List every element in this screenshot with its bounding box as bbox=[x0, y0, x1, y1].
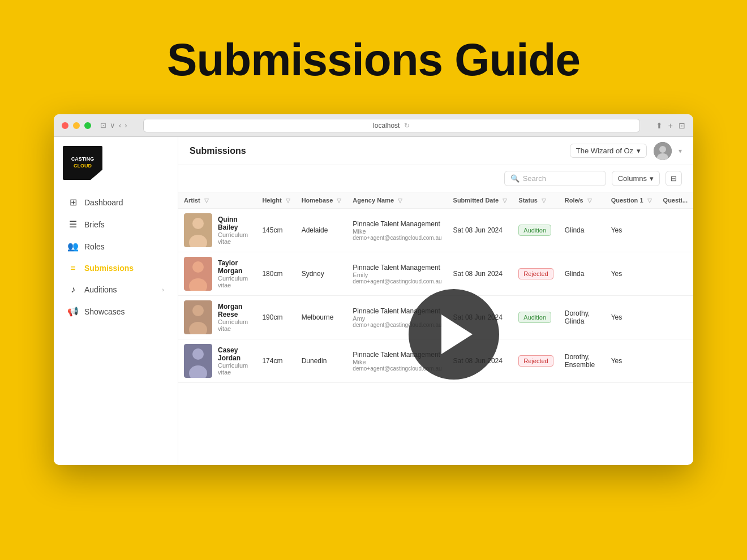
user-chevron-icon[interactable]: ▾ bbox=[679, 147, 682, 155]
sidebar-item-briefs[interactable]: ☰ Briefs bbox=[58, 213, 173, 235]
sidebar-item-submissions[interactable]: ≡ Submissions bbox=[58, 257, 173, 279]
col-status: Status ▽ bbox=[513, 192, 559, 209]
filter-icon: ⊟ bbox=[671, 174, 677, 183]
homebase-cell: Adelaide bbox=[296, 209, 347, 252]
filter-status-icon[interactable]: ▽ bbox=[542, 197, 546, 204]
sidebar-item-auditions[interactable]: ♪ Auditions › bbox=[58, 279, 173, 300]
browser-chrome: ⊡ ∨ ‹ › localhost ↻ ⬆ + ⊡ bbox=[54, 114, 693, 137]
roles-icon: 👥 bbox=[67, 241, 79, 252]
url-text: localhost bbox=[373, 122, 400, 130]
url-bar[interactable]: localhost ↻ bbox=[143, 119, 640, 132]
avatar[interactable] bbox=[654, 142, 672, 160]
status-cell: Rejected bbox=[513, 339, 559, 383]
dashboard-icon: ⊞ bbox=[67, 197, 79, 208]
play-icon bbox=[441, 315, 473, 354]
filter-roles-icon[interactable]: ▽ bbox=[587, 197, 592, 204]
col-height: Height ▽ bbox=[256, 192, 295, 209]
artist-photo bbox=[184, 300, 212, 334]
submissions-icon: ≡ bbox=[67, 263, 79, 273]
col-q2: Questi... bbox=[658, 192, 693, 209]
homebase-cell: Sydney bbox=[296, 252, 347, 296]
traffic-light-yellow[interactable] bbox=[73, 122, 80, 129]
traffic-light-red[interactable] bbox=[62, 122, 68, 129]
height-cell: 190cm bbox=[256, 296, 295, 339]
agency-cell: Pinnacle Talent Management Mike demo+age… bbox=[347, 209, 447, 252]
q1-cell: Yes bbox=[606, 339, 658, 383]
filter-submitted-icon[interactable]: ▽ bbox=[503, 197, 507, 204]
sidebar-item-label: Auditions bbox=[84, 285, 117, 294]
project-selector[interactable]: The Wizard of Oz ▾ bbox=[570, 144, 647, 158]
sidebar-item-label: Showcases bbox=[84, 307, 125, 316]
play-button-overlay[interactable] bbox=[409, 289, 499, 380]
artist-photo bbox=[184, 257, 212, 291]
logo: CASTINGCLOUD bbox=[63, 146, 102, 180]
sidebar-item-dashboard[interactable]: ⊞ Dashboard bbox=[58, 191, 173, 213]
back-icon[interactable]: ‹ bbox=[119, 121, 121, 130]
table-row[interactable]: Taylor Morgan Curriculum vitae 180cm Syd… bbox=[178, 252, 693, 296]
svg-point-13 bbox=[192, 348, 204, 360]
filter-homebase-icon[interactable]: ▽ bbox=[337, 197, 341, 204]
search-icon: 🔍 bbox=[510, 174, 520, 183]
filter-q1-icon[interactable]: ▽ bbox=[647, 197, 652, 204]
table-wrapper: Artist ▽ Height ▽ Homebase ▽ Agency Name… bbox=[178, 192, 693, 465]
main-content: Submissions The Wizard of Oz ▾ ▾ bbox=[178, 137, 693, 465]
svg-point-1 bbox=[659, 146, 666, 153]
page-title: Submissions bbox=[190, 146, 563, 156]
q1-cell: Yes bbox=[606, 296, 658, 339]
svg-point-7 bbox=[192, 261, 204, 273]
artist-cv: Curriculum vitae bbox=[218, 318, 251, 332]
filter-height-icon[interactable]: ▽ bbox=[286, 197, 290, 204]
table-header-row: Artist ▽ Height ▽ Homebase ▽ Agency Name… bbox=[178, 192, 693, 209]
artist-cell: Casey Jordan Curriculum vitae bbox=[178, 339, 256, 383]
filter-button[interactable]: ⊟ bbox=[666, 171, 682, 186]
new-tab-icon[interactable]: + bbox=[668, 121, 673, 130]
sidebar: CASTINGCLOUD ⊞ Dashboard ☰ Briefs 👥 Role… bbox=[54, 137, 178, 465]
q1-cell: Yes bbox=[606, 209, 658, 252]
status-badge: Audition bbox=[518, 312, 551, 323]
sidebar-item-showcases[interactable]: 📢 Showcases bbox=[58, 300, 173, 322]
chevron-down-icon: ▾ bbox=[650, 174, 654, 183]
auditions-icon: ♪ bbox=[67, 285, 79, 295]
browser-nav-icons: ⊡ ∨ ‹ › bbox=[100, 121, 127, 130]
status-cell: Rejected bbox=[513, 252, 559, 296]
tabs-icon[interactable]: ⊡ bbox=[679, 121, 685, 130]
filter-agency-icon[interactable]: ▽ bbox=[398, 197, 402, 204]
filter-artist-icon[interactable]: ▽ bbox=[204, 197, 209, 204]
sidebar-item-label: Roles bbox=[84, 242, 105, 251]
page-hero-title: Submissions Guide bbox=[167, 34, 580, 86]
q2-cell bbox=[658, 296, 693, 339]
columns-button[interactable]: Columns ▾ bbox=[612, 171, 660, 186]
q1-cell: Yes bbox=[606, 252, 658, 296]
sidebar-item-roles[interactable]: 👥 Roles bbox=[58, 235, 173, 257]
q2-cell bbox=[658, 209, 693, 252]
status-badge: Rejected bbox=[518, 355, 553, 367]
sidebar-toggle-icon[interactable]: ⊡ bbox=[100, 121, 106, 130]
artist-cell: Morgan Reese Curriculum vitae bbox=[178, 296, 256, 339]
roles-cell: Glinda bbox=[559, 252, 606, 296]
table-row[interactable]: Quinn Bailey Curriculum vitae 145cm Adel… bbox=[178, 209, 693, 252]
app-layout: CASTINGCLOUD ⊞ Dashboard ☰ Briefs 👥 Role… bbox=[54, 137, 693, 465]
sidebar-item-label: Submissions bbox=[84, 264, 134, 273]
q2-cell bbox=[658, 252, 693, 296]
browser-window: ⊡ ∨ ‹ › localhost ↻ ⬆ + ⊡ CASTINGCLOUD bbox=[54, 114, 693, 465]
submitted-date-cell: Sat 08 Jun 2024 bbox=[448, 209, 513, 252]
artist-name: Morgan Reese bbox=[218, 303, 251, 318]
agency-cell: Pinnacle Talent Management Emily demo+ag… bbox=[347, 252, 447, 296]
artist-cell: Taylor Morgan Curriculum vitae bbox=[178, 252, 256, 296]
share-icon[interactable]: ⬆ bbox=[656, 121, 663, 130]
col-submitted: Submitted Date ▽ bbox=[448, 192, 513, 209]
top-bar: Submissions The Wizard of Oz ▾ ▾ bbox=[178, 137, 693, 165]
logo-text: CASTINGCLOUD bbox=[71, 156, 95, 169]
search-box[interactable]: 🔍 Search bbox=[504, 171, 606, 186]
homebase-cell: Melbourne bbox=[296, 296, 347, 339]
homebase-cell: Dunedin bbox=[296, 339, 347, 383]
traffic-light-green[interactable] bbox=[84, 122, 91, 129]
status-badge: Audition bbox=[518, 225, 551, 236]
roles-cell: Dorothy, Ensemble bbox=[559, 339, 606, 383]
sidebar-item-label: Briefs bbox=[84, 220, 105, 229]
reload-icon[interactable]: ↻ bbox=[404, 122, 410, 130]
logo-area: CASTINGCLOUD bbox=[54, 146, 178, 191]
forward-icon[interactable]: › bbox=[124, 121, 127, 130]
col-homebase: Homebase ▽ bbox=[296, 192, 347, 209]
sidebar-item-label: Dashboard bbox=[84, 198, 123, 207]
